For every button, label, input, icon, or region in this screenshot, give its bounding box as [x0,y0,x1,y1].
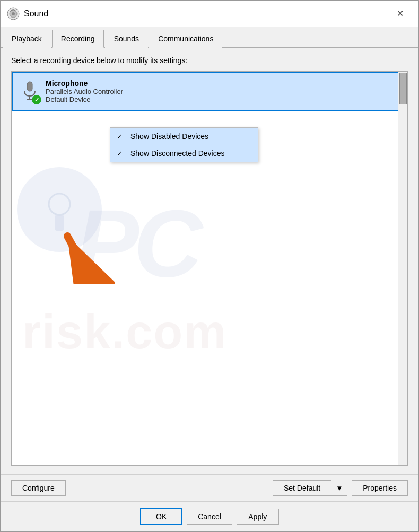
tab-communications[interactable]: Communications [149,30,222,48]
footer-bottom: OK Cancel Apply [1,501,418,531]
watermark-risk: risk.com [22,305,227,360]
menu-label-show-disabled: Show Disabled Devices [130,132,208,141]
apply-button[interactable]: Apply [237,509,279,525]
tab-sounds[interactable]: Sounds [105,30,148,48]
cancel-button[interactable]: Cancel [187,509,232,525]
instruction-text: Select a recording device below to modif… [11,56,408,65]
device-controller: Parallels Audio Controller [46,88,400,95]
sound-dialog: Sound ✕ Playback Recording Sounds Commun… [0,0,419,532]
tab-playback[interactable]: Playback [3,30,51,48]
check-disabled-icon: ✓ [117,133,127,141]
svg-point-6 [49,194,70,215]
footer-top: Configure Set Default ▼ Properties [1,474,418,501]
device-status: Default Device [46,95,400,103]
menu-item-show-disabled[interactable]: ✓ Show Disabled Devices [110,128,258,145]
check-disconnected-icon: ✓ [117,150,127,158]
set-default-dropdown-button[interactable]: ▼ [331,481,347,496]
device-icon-wrap [19,78,40,104]
title-bar: Sound ✕ [1,1,418,27]
properties-button[interactable]: Properties [352,480,408,496]
watermark-pc: PC [75,188,197,298]
svg-rect-7 [55,215,64,231]
tab-content: Select a recording device below to modif… [1,48,418,474]
default-check [32,95,41,104]
sound-app-icon [7,7,20,20]
tabs-bar: Playback Recording Sounds Communications [1,27,418,48]
menu-label-show-disconnected: Show Disconnected Devices [130,149,224,158]
device-item-microphone[interactable]: Microphone Parallels Audio Controller De… [12,72,407,111]
watermark-circle [17,167,102,252]
menu-item-show-disconnected[interactable]: ✓ Show Disconnected Devices [110,145,258,162]
svg-point-2 [12,12,15,15]
arrow-annotation [51,220,115,285]
configure-button[interactable]: Configure [11,480,66,496]
tab-recording[interactable]: Recording [52,30,104,48]
svg-rect-3 [27,82,32,91]
scroll-thumb[interactable] [399,73,407,104]
arrow-icon [51,220,115,284]
ok-button[interactable]: OK [140,508,182,525]
scrollbar[interactable] [398,72,407,465]
close-button[interactable]: ✕ [388,5,412,22]
dialog-title: Sound [24,9,388,19]
context-menu: ✓ Show Disabled Devices ✓ Show Disconnec… [110,127,258,162]
device-name: Microphone [46,79,400,88]
set-default-button[interactable]: Set Default [273,480,331,496]
device-list[interactable]: Microphone Parallels Audio Controller De… [11,71,408,466]
device-info: Microphone Parallels Audio Controller De… [46,79,400,103]
